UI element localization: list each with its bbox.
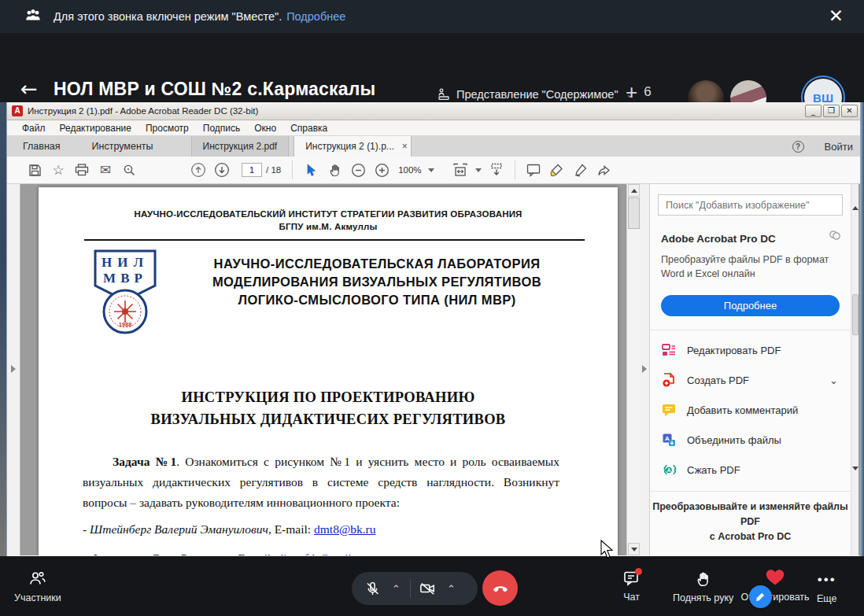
- camera-muted-icon[interactable]: [414, 581, 441, 596]
- menu-edit[interactable]: Редактирование: [53, 123, 138, 134]
- next-page-icon[interactable]: [210, 160, 234, 180]
- lab-title: НАУЧНО-ИССЛЕДОВАТЕЛЬСКАЯ ЛАБОРАТОРИЯ МОД…: [161, 249, 586, 335]
- participants-button[interactable]: Участники: [14, 570, 61, 603]
- select-tool-icon[interactable]: [299, 160, 323, 180]
- document-scrollbar[interactable]: [626, 184, 640, 555]
- react-button[interactable]: Отреагировать: [738, 568, 812, 603]
- send-share-icon[interactable]: [593, 160, 616, 180]
- view-mode-selector[interactable]: Представление "Содержимое" ⌄: [438, 88, 634, 101]
- heart-icon: [765, 568, 785, 586]
- more-participants-button[interactable]: + 6: [626, 82, 652, 102]
- zoom-in-icon[interactable]: [370, 160, 393, 180]
- raise-hand-button[interactable]: Поднять руку: [673, 570, 733, 603]
- call-title: НОЛ МВР и СОШ №2 с.Кармаскалы: [54, 79, 375, 100]
- fit-dropdown-caret[interactable]: [475, 168, 482, 172]
- tab-tools[interactable]: Инструменты: [76, 136, 169, 157]
- navigation-pane-strip: [7, 184, 20, 555]
- tab-close-icon[interactable]: ×: [402, 136, 408, 157]
- mic-muted-icon[interactable]: [360, 581, 386, 597]
- compress-pdf-icon: A: [661, 462, 677, 478]
- scrollbar-thumb[interactable]: [628, 197, 640, 229]
- save-icon[interactable]: [23, 160, 46, 180]
- chat-button[interactable]: Чат: [623, 570, 640, 603]
- tab-home[interactable]: Главная: [7, 136, 76, 157]
- chevron-down-icon[interactable]: ⌄: [829, 374, 838, 386]
- minimize-button[interactable]: _: [805, 105, 822, 117]
- contact-1-email-link[interactable]: dmt8@bk.ru: [314, 522, 375, 536]
- banner-more-link[interactable]: Подробнее: [286, 10, 345, 23]
- acrobat-titlebar[interactable]: A Инструкция 2 (1).pdf - Adobe Acrobat R…: [7, 102, 864, 120]
- window-title: Инструкция 2 (1).pdf - Adobe Acrobat Rea…: [28, 106, 258, 116]
- tool-edit-pdf[interactable]: Редактировать PDF: [650, 335, 851, 365]
- menu-view[interactable]: Просмотр: [138, 123, 196, 134]
- participants-label: Участники: [14, 592, 61, 603]
- page-number-input[interactable]: [242, 163, 262, 177]
- camera-options-chevron-icon[interactable]: ⌃: [441, 583, 462, 595]
- tool-add-comment[interactable]: Добавить комментарий: [650, 395, 851, 425]
- sidebar-scrollbar-thumb[interactable]: [852, 294, 858, 335]
- banner-close-icon[interactable]: ✕: [829, 6, 844, 25]
- comment-icon[interactable]: [522, 160, 545, 180]
- sidebar-scroll-up-icon[interactable]: [852, 206, 858, 210]
- menu-file[interactable]: Файл: [15, 123, 53, 134]
- lab-title-line-2: МОДЕЛИРОВАНИЯ ВИЗУАЛЬНЫХ РЕГУЛЯТИВОВ: [168, 273, 586, 291]
- zoom-level-value[interactable]: 100%: [398, 165, 421, 175]
- hand-tool-icon[interactable]: [323, 160, 346, 180]
- tool-label: Сжать PDF: [687, 464, 740, 476]
- tools-search-box[interactable]: [658, 194, 843, 216]
- scroll-down-icon[interactable]: [628, 543, 640, 555]
- combine-files-icon: A: [661, 432, 677, 448]
- back-arrow-icon[interactable]: ←: [20, 79, 38, 99]
- header-rule: [84, 239, 585, 241]
- close-button[interactable]: ✕: [841, 105, 858, 117]
- zoom-out-icon[interactable]: [346, 160, 370, 180]
- hangup-button[interactable]: [482, 570, 518, 606]
- contact-2-email-link[interactable]: dina_fdr@mail.ru: [278, 551, 365, 555]
- help-icon[interactable]: ?: [792, 141, 804, 153]
- institute-line-1: НАУЧНО-ИССЛЕДОВАТЕЛЬСКИЙ ИНСТИТУТ СТРАТЕ…: [39, 209, 618, 219]
- menu-sign[interactable]: Подпись: [196, 123, 248, 134]
- sign-in-link[interactable]: Войти: [825, 141, 853, 153]
- favorites-star-icon[interactable]: ☆: [46, 160, 70, 180]
- print-icon[interactable]: [70, 160, 94, 180]
- sidebar-footer-promo: Преобразовывайте и изменяйте файлы PDF с…: [650, 500, 851, 555]
- svg-text:A: A: [667, 467, 671, 473]
- chat-icon: [623, 570, 640, 586]
- page-scrolling-icon[interactable]: [485, 160, 508, 180]
- tool-compress-pdf[interactable]: A Сжать PDF: [650, 455, 851, 485]
- menu-help[interactable]: Справка: [283, 123, 334, 134]
- sidebar-scrollbar[interactable]: [851, 184, 858, 555]
- previous-page-icon[interactable]: [186, 160, 210, 180]
- scroll-up-icon[interactable]: [628, 184, 640, 197]
- tools-search-input[interactable]: [659, 200, 842, 211]
- chat-notification-dot: [635, 568, 642, 575]
- banner-text: Для этого звонка включен режим "Вместе".: [54, 10, 282, 23]
- menu-window[interactable]: Окно: [247, 123, 283, 134]
- sidebar-scroll-down-icon[interactable]: [852, 467, 858, 470]
- promo-more-button[interactable]: Подробнее: [661, 295, 840, 316]
- pencil-badge-icon[interactable]: [749, 585, 772, 608]
- tab-document-1[interactable]: Инструкция 2.pdf: [191, 136, 290, 157]
- tool-label: Объединить файлы: [687, 434, 781, 446]
- acrobat-reader-window: A Инструкция 2 (1).pdf - Adobe Acrobat R…: [6, 102, 864, 556]
- email-icon[interactable]: ✉: [94, 160, 117, 180]
- zoom-dropdown-caret[interactable]: [428, 168, 434, 172]
- tool-combine-files[interactable]: A Объединить файлы: [650, 425, 851, 455]
- document-title-line-2: ВИЗУАЛЬНЫХ ДИДАКТИЧЕСИХ РЕГУЛЯТИВОВ: [39, 409, 618, 431]
- mic-options-chevron-icon[interactable]: ⌃: [386, 583, 407, 595]
- more-label: Еще: [817, 593, 836, 604]
- fit-width-icon[interactable]: [449, 160, 472, 180]
- contact-line-2: - Фатхулова Дина Раульевна, E-mail: dina…: [83, 548, 559, 555]
- tools-pane-toggle-icon[interactable]: [642, 365, 647, 373]
- together-mode-banner: Для этого звонка включен режим "Вместе".…: [0, 0, 864, 33]
- fill-sign-icon[interactable]: [569, 160, 593, 180]
- more-button[interactable]: ••• Еще: [817, 572, 836, 604]
- tab-document-2-label: Инструкция 2 (1).p...: [305, 136, 394, 157]
- tool-create-pdf[interactable]: Создать PDF ⌄: [650, 365, 851, 395]
- extra-participants-count: 6: [644, 84, 651, 100]
- nav-pane-toggle-icon[interactable]: [11, 365, 16, 373]
- restore-button[interactable]: ❐: [823, 105, 840, 117]
- find-icon[interactable]: [117, 160, 141, 180]
- tab-document-2-active[interactable]: Инструкция 2 (1).p... ×: [294, 136, 412, 157]
- highlight-icon[interactable]: [545, 160, 569, 180]
